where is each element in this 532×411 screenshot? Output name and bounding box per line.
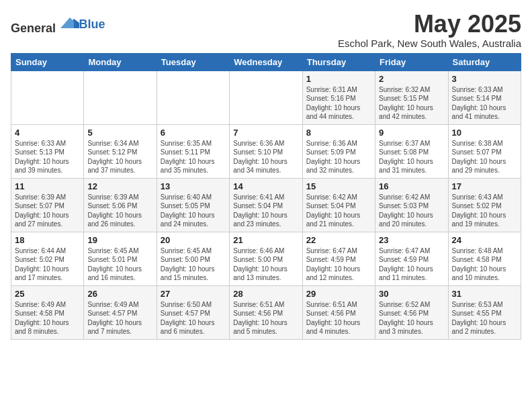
cell-sunset: Sunset: 4:57 PM <box>161 310 210 317</box>
cell-sunrise: Sunrise: 6:52 AM <box>379 301 430 308</box>
cell-daylight: Daylight: 10 hours and 32 minutes. <box>306 158 361 175</box>
calendar-cell: 19Sunrise: 6:45 AMSunset: 5:01 PMDayligh… <box>84 232 157 285</box>
cell-sunset: Sunset: 5:15 PM <box>379 95 429 102</box>
cell-info: Sunrise: 6:37 AMSunset: 5:08 PMDaylight:… <box>379 139 444 175</box>
calendar-cell: 31Sunrise: 6:53 AMSunset: 4:55 PMDayligh… <box>448 285 521 339</box>
cell-sunset: Sunset: 5:02 PM <box>15 256 64 263</box>
cell-sunrise: Sunrise: 6:45 AM <box>161 247 212 255</box>
cell-daylight: Daylight: 10 hours and 6 minutes. <box>161 319 215 336</box>
cell-day-number: 30 <box>379 289 444 299</box>
cell-info: Sunrise: 6:36 AMSunset: 5:10 PMDaylight:… <box>233 139 298 175</box>
calendar-cell: 3Sunrise: 6:33 AMSunset: 5:14 PMDaylight… <box>448 71 521 124</box>
cell-info: Sunrise: 6:34 AMSunset: 5:12 PMDaylight:… <box>87 139 152 175</box>
cell-day-number: 16 <box>379 181 444 191</box>
cell-daylight: Daylight: 10 hours and 2 minutes. <box>452 319 506 336</box>
logo-icon <box>60 13 79 32</box>
cell-sunset: Sunset: 4:58 PM <box>15 310 64 317</box>
calendar-week-row: 4Sunrise: 6:33 AMSunset: 5:13 PMDaylight… <box>11 124 521 178</box>
cell-sunset: Sunset: 4:56 PM <box>379 310 429 317</box>
cell-sunset: Sunset: 5:02 PM <box>452 202 502 210</box>
cell-sunrise: Sunrise: 6:53 AM <box>452 301 503 308</box>
cell-day-number: 5 <box>87 128 152 138</box>
cell-sunset: Sunset: 5:11 PM <box>161 148 210 156</box>
cell-daylight: Daylight: 10 hours and 42 minutes. <box>379 104 433 121</box>
cell-sunrise: Sunrise: 6:40 AM <box>161 193 212 201</box>
cell-info: Sunrise: 6:31 AMSunset: 5:16 PMDaylight:… <box>306 85 371 122</box>
calendar-cell: 23Sunrise: 6:47 AMSunset: 4:59 PMDayligh… <box>375 232 448 285</box>
cell-info: Sunrise: 6:45 AMSunset: 5:00 PMDaylight:… <box>161 246 226 283</box>
cell-day-number: 1 <box>306 74 371 84</box>
cell-daylight: Daylight: 10 hours and 41 minutes. <box>452 104 506 121</box>
cell-sunrise: Sunrise: 6:51 AM <box>233 301 284 308</box>
cell-day-number: 17 <box>452 181 517 191</box>
weekday-header-row: SundayMondayTuesdayWednesdayThursdayFrid… <box>11 53 521 71</box>
cell-sunset: Sunset: 5:06 PM <box>87 202 137 210</box>
cell-info: Sunrise: 6:41 AMSunset: 5:04 PMDaylight:… <box>233 193 298 229</box>
cell-info: Sunrise: 6:35 AMSunset: 5:11 PMDaylight:… <box>161 139 226 175</box>
cell-day-number: 27 <box>161 289 226 299</box>
cell-info: Sunrise: 6:48 AMSunset: 4:58 PMDaylight:… <box>452 246 517 283</box>
cell-sunrise: Sunrise: 6:43 AM <box>452 193 503 201</box>
title-area: May 2025 Eschol Park, New South Wales, A… <box>338 11 521 49</box>
cell-day-number: 11 <box>15 181 80 191</box>
calendar-table: SundayMondayTuesdayWednesdayThursdayFrid… <box>11 53 521 340</box>
weekday-header-sunday: Sunday <box>11 53 84 71</box>
weekday-header-tuesday: Tuesday <box>157 53 229 71</box>
cell-sunrise: Sunrise: 6:35 AM <box>161 140 212 147</box>
cell-info: Sunrise: 6:40 AMSunset: 5:05 PMDaylight:… <box>161 193 226 229</box>
cell-sunset: Sunset: 4:55 PM <box>452 310 502 317</box>
cell-sunrise: Sunrise: 6:46 AM <box>233 247 284 255</box>
cell-sunrise: Sunrise: 6:50 AM <box>161 301 212 308</box>
cell-sunrise: Sunrise: 6:36 AM <box>233 140 284 147</box>
cell-info: Sunrise: 6:33 AMSunset: 5:13 PMDaylight:… <box>15 139 80 175</box>
calendar-cell <box>157 71 229 124</box>
calendar-cell: 18Sunrise: 6:44 AMSunset: 5:02 PMDayligh… <box>11 232 84 285</box>
cell-sunset: Sunset: 5:05 PM <box>161 202 210 210</box>
cell-sunrise: Sunrise: 6:51 AM <box>306 301 357 308</box>
calendar-cell: 12Sunrise: 6:39 AMSunset: 5:06 PMDayligh… <box>84 178 157 232</box>
cell-daylight: Daylight: 10 hours and 17 minutes. <box>15 265 69 282</box>
cell-day-number: 8 <box>306 128 371 138</box>
cell-day-number: 19 <box>87 235 152 245</box>
cell-info: Sunrise: 6:44 AMSunset: 5:02 PMDaylight:… <box>15 246 80 283</box>
cell-sunset: Sunset: 5:07 PM <box>15 202 64 210</box>
cell-info: Sunrise: 6:47 AMSunset: 4:59 PMDaylight:… <box>379 246 444 283</box>
calendar-cell: 13Sunrise: 6:40 AMSunset: 5:05 PMDayligh… <box>157 178 229 232</box>
cell-daylight: Daylight: 10 hours and 10 minutes. <box>452 265 506 282</box>
cell-daylight: Daylight: 10 hours and 26 minutes. <box>87 212 142 228</box>
calendar-cell: 4Sunrise: 6:33 AMSunset: 5:13 PMDaylight… <box>11 124 84 178</box>
cell-sunrise: Sunrise: 6:42 AM <box>306 193 357 201</box>
cell-daylight: Daylight: 10 hours and 4 minutes. <box>306 319 361 336</box>
cell-day-number: 25 <box>15 289 80 299</box>
cell-sunrise: Sunrise: 6:44 AM <box>15 247 66 255</box>
cell-sunset: Sunset: 5:04 PM <box>306 202 356 210</box>
cell-daylight: Daylight: 10 hours and 19 minutes. <box>452 212 506 228</box>
calendar-cell: 16Sunrise: 6:42 AMSunset: 5:03 PMDayligh… <box>375 178 448 232</box>
cell-info: Sunrise: 6:32 AMSunset: 5:15 PMDaylight:… <box>379 85 444 122</box>
calendar-cell: 2Sunrise: 6:32 AMSunset: 5:15 PMDaylight… <box>375 71 448 124</box>
cell-sunset: Sunset: 5:12 PM <box>87 148 137 156</box>
cell-day-number: 23 <box>379 235 444 245</box>
cell-daylight: Daylight: 10 hours and 31 minutes. <box>379 158 433 175</box>
calendar-cell: 24Sunrise: 6:48 AMSunset: 4:58 PMDayligh… <box>448 232 521 285</box>
cell-sunrise: Sunrise: 6:33 AM <box>452 86 503 93</box>
weekday-header-monday: Monday <box>84 53 157 71</box>
cell-day-number: 24 <box>452 235 517 245</box>
logo-general: General <box>11 21 56 35</box>
cell-day-number: 9 <box>379 128 444 138</box>
calendar-cell: 26Sunrise: 6:49 AMSunset: 4:57 PMDayligh… <box>84 285 157 339</box>
page-title: May 2025 <box>338 11 521 38</box>
cell-day-number: 6 <box>161 128 226 138</box>
cell-day-number: 4 <box>15 128 80 138</box>
cell-daylight: Daylight: 10 hours and 8 minutes. <box>15 319 69 336</box>
calendar-cell: 6Sunrise: 6:35 AMSunset: 5:11 PMDaylight… <box>157 124 229 178</box>
cell-daylight: Daylight: 10 hours and 16 minutes. <box>87 265 142 282</box>
cell-info: Sunrise: 6:51 AMSunset: 4:56 PMDaylight:… <box>306 300 371 336</box>
cell-sunset: Sunset: 5:10 PM <box>233 148 283 156</box>
cell-sunrise: Sunrise: 6:39 AM <box>87 193 138 201</box>
cell-sunset: Sunset: 4:56 PM <box>233 310 283 317</box>
cell-daylight: Daylight: 10 hours and 24 minutes. <box>161 212 215 228</box>
calendar-cell: 9Sunrise: 6:37 AMSunset: 5:08 PMDaylight… <box>375 124 448 178</box>
cell-day-number: 29 <box>306 289 371 299</box>
cell-sunrise: Sunrise: 6:37 AM <box>379 140 430 147</box>
